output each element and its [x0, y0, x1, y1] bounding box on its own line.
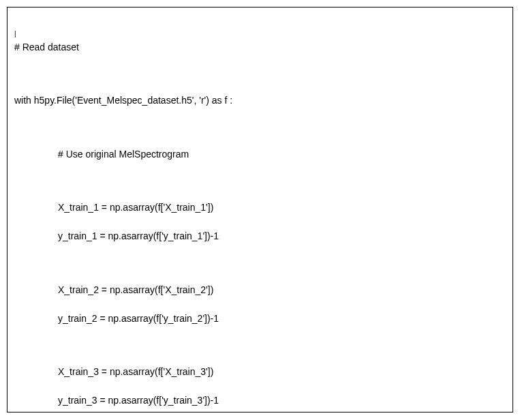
code-blank — [14, 258, 506, 268]
code-line: y_train_3 = np.asarray(f['y_train_3'])-1 — [14, 393, 506, 408]
code-line: y_train_2 = np.asarray(f['y_train_2'])-1 — [14, 312, 506, 326]
code-line: X_train_1 = np.asarray(f['X_train_1']) — [14, 200, 506, 215]
code-blank — [14, 340, 506, 350]
code-line: # Use original MelSpectrogram — [14, 147, 506, 162]
code-blank — [14, 176, 506, 186]
code-line: y_train_1 = np.asarray(f['y_train_1'])-1 — [14, 229, 506, 243]
code-line: # Read dataset — [14, 40, 506, 55]
code-blank — [14, 69, 506, 79]
code-line: with h5py.File('Event_Melspec_dataset.h5… — [14, 93, 506, 108]
code-blank — [14, 122, 506, 132]
code-line: X_train_3 = np.asarray(f['X_train_3']) — [14, 365, 506, 379]
code-line: X_train_2 = np.asarray(f['X_train_2']) — [14, 283, 506, 297]
code-container: | # Read dataset with h5py.File('Event_M… — [7, 7, 513, 412]
text-cursor: | — [14, 30, 16, 38]
